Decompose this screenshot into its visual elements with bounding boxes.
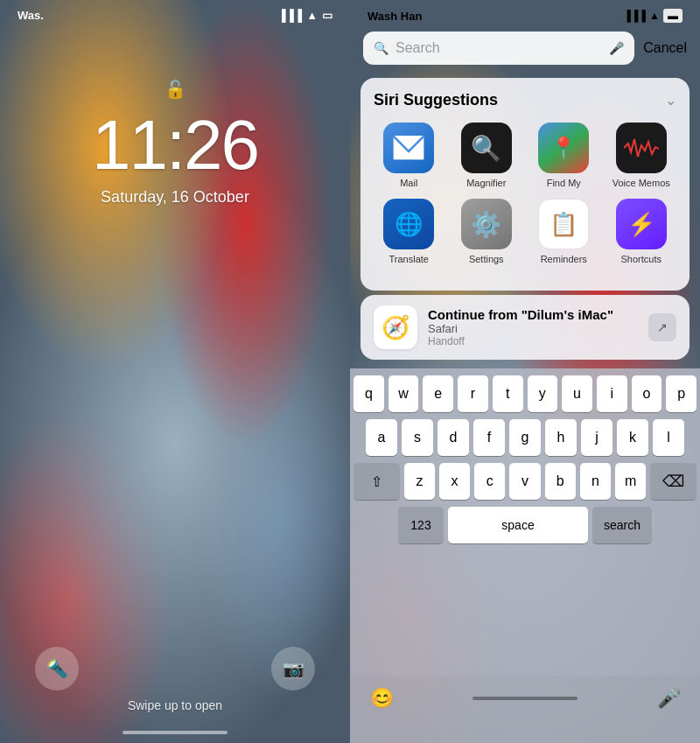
- wifi-icon: ▲: [306, 9, 318, 22]
- search-status-icons: ▐▐▐ ▲ ▬: [624, 9, 682, 23]
- lock-time: 11:26: [0, 105, 350, 186]
- siri-suggestions-card: Siri Suggestions ⌄ Mail: [360, 78, 690, 291]
- search-bar[interactable]: 🔍 Search 🎤: [363, 32, 634, 65]
- translate-icon: 🌐: [383, 199, 434, 249]
- settings-icon: ⚙️: [461, 199, 512, 249]
- key-n[interactable]: n: [580, 463, 611, 500]
- key-k[interactable]: k: [617, 419, 648, 456]
- app-item-reminders[interactable]: 📋 Reminders: [528, 199, 599, 264]
- lock-status-icons: ▐▐▐ ▲ ▭: [277, 9, 332, 22]
- key-g[interactable]: g: [509, 419, 541, 456]
- signal-icon: ▐▐▐: [277, 9, 302, 22]
- keyboard-row-2: a s d f g h j k l: [354, 419, 696, 456]
- home-indicator: [122, 731, 228, 734]
- keyboard-row-1: q w e r t y u i o p: [354, 375, 696, 412]
- translate-label: Translate: [389, 254, 429, 264]
- keyboard-row-4: 123 space search: [354, 507, 696, 543]
- unlock-icon: 🔓: [164, 79, 186, 100]
- search-input[interactable]: Search: [396, 40, 602, 56]
- key-b[interactable]: b: [545, 463, 576, 500]
- backspace-key[interactable]: ⌫: [650, 463, 696, 500]
- handoff-info: Continue from "Dilum's iMac" Safari Hand…: [428, 307, 638, 347]
- key-w[interactable]: w: [388, 375, 419, 412]
- key-s[interactable]: s: [402, 419, 433, 456]
- app-item-shortcuts[interactable]: ⚡ Shortcuts: [606, 199, 677, 264]
- magnifier-icon: 🔍: [461, 123, 512, 173]
- handoff-title: Continue from "Dilum's iMac": [428, 307, 638, 322]
- key-d[interactable]: d: [438, 419, 469, 456]
- cancel-button[interactable]: Cancel: [643, 40, 687, 56]
- app-item-settings[interactable]: ⚙️ Settings: [452, 199, 522, 264]
- key-m[interactable]: m: [615, 463, 646, 500]
- key-j[interactable]: j: [581, 419, 612, 456]
- key-l[interactable]: l: [653, 419, 684, 456]
- key-a[interactable]: a: [366, 419, 397, 456]
- search-key[interactable]: search: [592, 507, 652, 543]
- shortcuts-icon: ⚡: [616, 199, 667, 249]
- key-x[interactable]: x: [439, 463, 470, 500]
- mail-label: Mail: [400, 178, 417, 188]
- handoff-card[interactable]: 🧭 Continue from "Dilum's iMac" Safari Ha…: [360, 295, 690, 360]
- key-y[interactable]: y: [528, 375, 558, 412]
- key-f[interactable]: f: [473, 419, 505, 456]
- lock-status-bar: Was. ▐▐▐ ▲ ▭: [0, 9, 350, 22]
- swipe-hint: Swipe up to open: [0, 698, 350, 712]
- app-item-voicememos[interactable]: Voice Memos: [606, 123, 677, 188]
- keyboard-row-3: ⇧ z x c v b n m ⌫: [354, 463, 696, 500]
- app-grid: Mail 🔍 Magnifier 📍 Find My: [374, 123, 676, 264]
- mic-button[interactable]: 🎤: [650, 680, 687, 717]
- emoji-button[interactable]: 😊: [363, 680, 400, 717]
- lock-bottom-bar: 🔦 📷: [0, 647, 350, 690]
- key-e[interactable]: e: [423, 375, 453, 412]
- key-c[interactable]: c: [474, 463, 505, 500]
- search-bar-container: 🔍 Search 🎤 Cancel: [350, 27, 700, 74]
- camera-button[interactable]: 📷: [271, 647, 315, 690]
- voicememos-icon: [616, 123, 667, 173]
- torch-button[interactable]: 🔦: [35, 647, 79, 690]
- suggestions-chevron-icon[interactable]: ⌄: [665, 92, 676, 109]
- key-z[interactable]: z: [404, 463, 435, 500]
- lock-carrier: Was.: [18, 9, 44, 22]
- suggestions-title: Siri Suggestions: [374, 91, 498, 109]
- search-magnifier-icon: 🔍: [374, 41, 388, 55]
- key-i[interactable]: i: [597, 375, 627, 412]
- settings-label: Settings: [469, 254, 504, 264]
- home-indicator-bottom: [472, 697, 578, 700]
- findmy-label: Find My: [547, 178, 581, 188]
- space-key[interactable]: space: [448, 507, 588, 543]
- key-o[interactable]: o: [632, 375, 662, 412]
- app-item-findmy[interactable]: 📍 Find My: [528, 123, 599, 188]
- handoff-arrow-icon[interactable]: ↗: [648, 313, 676, 341]
- battery-icon: ▭: [322, 9, 332, 22]
- handoff-sub: Handoff: [428, 335, 638, 347]
- search-screen: Wash Han ▐▐▐ ▲ ▬ 🔍 Search 🎤 Cancel Siri …: [350, 0, 700, 743]
- voicememos-label: Voice Memos: [612, 178, 670, 188]
- findmy-icon: 📍: [538, 123, 589, 173]
- key-r[interactable]: r: [458, 375, 488, 412]
- app-item-translate[interactable]: 🌐 Translate: [374, 199, 444, 264]
- key-h[interactable]: h: [545, 419, 577, 456]
- app-item-magnifier[interactable]: 🔍 Magnifier: [452, 123, 522, 188]
- search-mic-icon[interactable]: 🎤: [609, 41, 624, 55]
- shift-key[interactable]: ⇧: [354, 463, 400, 500]
- key-u[interactable]: u: [562, 375, 592, 412]
- numbers-key[interactable]: 123: [398, 507, 444, 543]
- suggestions-header: Siri Suggestions ⌄: [374, 91, 676, 109]
- battery-status-icon: ▬: [663, 9, 682, 23]
- key-p[interactable]: p: [666, 375, 696, 412]
- key-v[interactable]: v: [509, 463, 540, 500]
- keyboard-bottom: 😊 🎤: [350, 676, 700, 743]
- reminders-icon: 📋: [538, 199, 589, 249]
- key-t[interactable]: t: [493, 375, 523, 412]
- shortcuts-label: Shortcuts: [621, 254, 662, 264]
- search-carrier: Wash Han: [368, 10, 422, 23]
- lock-screen: Was. ▐▐▐ ▲ ▭ 🔓 11:26 Saturday, 16 Octobe…: [0, 0, 350, 743]
- wifi-status-icon: ▲: [649, 10, 660, 22]
- search-status-bar: Wash Han ▐▐▐ ▲ ▬: [350, 0, 700, 27]
- signal-bars-icon: ▐▐▐: [624, 10, 647, 22]
- safari-icon: 🧭: [374, 305, 417, 349]
- app-item-mail[interactable]: Mail: [374, 123, 444, 188]
- keyboard[interactable]: q w e r t y u i o p a s d f g h j k: [350, 368, 700, 676]
- search-content: Wash Han ▐▐▐ ▲ ▬ 🔍 Search 🎤 Cancel Siri …: [350, 0, 700, 743]
- key-q[interactable]: q: [354, 375, 384, 412]
